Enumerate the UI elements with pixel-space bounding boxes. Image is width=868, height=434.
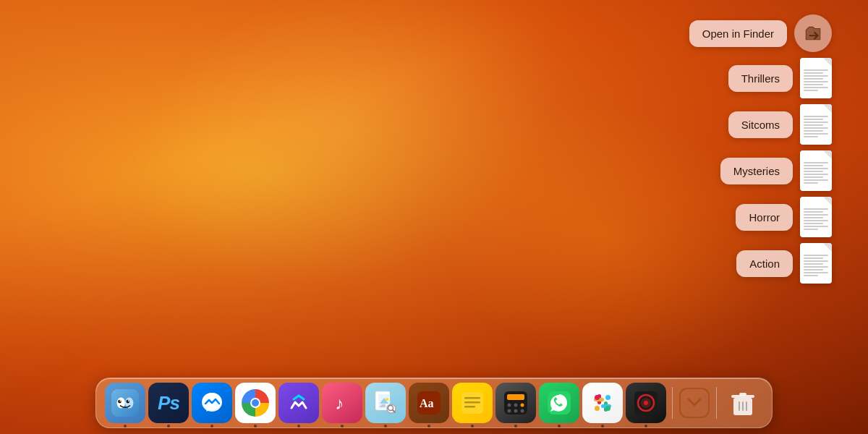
svg-rect-48 (742, 401, 744, 411)
dock-app-davinci[interactable] (626, 383, 666, 423)
menu-item-open-in-finder[interactable]: Open in Finder (689, 20, 787, 47)
dock-app-dot-preview (384, 425, 387, 427)
dock-app-notes[interactable] (452, 383, 493, 423)
svg-point-39 (595, 406, 600, 411)
dock-app-dot-whatsapp (558, 425, 561, 427)
open-in-finder-icon[interactable] (794, 14, 832, 52)
menu-item-mysteries[interactable]: Mysteries (720, 158, 793, 184)
chrome-icon (242, 389, 269, 417)
menu-item-thrillers[interactable]: Thrillers (728, 65, 793, 92)
svg-point-4 (126, 400, 129, 404)
dock-app-trash[interactable] (723, 383, 763, 423)
svg-rect-11 (380, 406, 386, 407)
svg-point-14 (386, 398, 388, 401)
menu-row-horror[interactable]: Horror (736, 197, 832, 237)
context-menu: Open in Finder Thrillers Sitcoms (689, 14, 832, 284)
svg-text:Aa: Aa (420, 397, 434, 409)
dock-app-calculator[interactable] (495, 383, 536, 423)
dock-app-dot-slack (601, 425, 604, 427)
svg-point-3 (118, 400, 122, 404)
dock-bar: Ps ♪ (95, 378, 773, 428)
dock-app-dot-photoshop (167, 425, 170, 427)
menu-row-sitcoms[interactable]: Sitcoms (728, 104, 832, 145)
doc-thumb-action (800, 243, 832, 284)
dock-app-clickup[interactable] (278, 383, 319, 423)
svg-rect-51 (739, 393, 746, 396)
svg-point-38 (605, 406, 610, 411)
svg-point-5 (119, 400, 121, 401)
svg-point-40 (605, 395, 610, 400)
dock-separator (672, 387, 673, 419)
svg-point-27 (514, 404, 518, 407)
dock-app-chrome[interactable] (235, 383, 276, 423)
svg-rect-49 (746, 401, 747, 411)
dock-app-messenger[interactable] (192, 383, 232, 423)
doc-thumb-thrillers (800, 58, 832, 98)
menu-row-open-in-finder[interactable]: Open in Finder (689, 14, 832, 52)
dock-app-preview[interactable] (365, 383, 406, 423)
dock-chevron-button[interactable] (678, 387, 710, 419)
doc-thumb-mysteries (800, 150, 832, 191)
svg-point-26 (508, 404, 511, 407)
dock-app-slack[interactable] (582, 383, 623, 423)
dock-app-dot-dictionary (427, 425, 430, 427)
doc-thumb-horror (800, 197, 832, 237)
dock-app-dot-chrome (254, 425, 257, 427)
dock-app-photoshop[interactable]: Ps (148, 383, 189, 423)
dock-app-dot-calculator (514, 425, 517, 427)
svg-rect-23 (464, 406, 475, 408)
dock-app-dot-davinci (644, 425, 647, 427)
svg-point-31 (521, 409, 524, 413)
dock-app-whatsapp[interactable] (539, 383, 579, 423)
dock-app-music[interactable]: ♪ (322, 383, 362, 423)
svg-point-29 (508, 409, 511, 413)
dock-app-dot-messenger (210, 425, 213, 427)
svg-text:♪: ♪ (335, 393, 344, 413)
menu-item-sitcoms[interactable]: Sitcoms (728, 111, 793, 138)
dock-app-dictionary[interactable]: Aa (409, 383, 449, 423)
menu-row-mysteries[interactable]: Mysteries (720, 150, 832, 191)
dock-app-dot-music (341, 425, 344, 427)
dock-app-dot-finder (124, 425, 127, 427)
svg-rect-25 (507, 394, 524, 400)
menu-row-action[interactable]: Action (736, 243, 832, 284)
svg-rect-21 (464, 397, 480, 399)
dock-app-dot-clickup (297, 425, 300, 427)
svg-rect-45 (680, 388, 709, 417)
menu-row-thrillers[interactable]: Thrillers (728, 58, 832, 98)
dock-separator-2 (716, 387, 717, 419)
svg-rect-22 (464, 401, 480, 404)
macos-dock: Ps ♪ (95, 378, 773, 428)
photoshop-logo: Ps (158, 392, 179, 414)
svg-point-6 (128, 400, 129, 401)
doc-thumb-sitcoms (800, 104, 832, 145)
svg-point-44 (644, 401, 648, 405)
dock-app-dot-notes (471, 425, 474, 427)
svg-rect-12 (381, 404, 386, 406)
svg-point-37 (595, 395, 600, 400)
dock-app-finder[interactable] (105, 383, 145, 423)
menu-item-horror[interactable]: Horror (736, 204, 793, 231)
svg-rect-47 (739, 401, 740, 411)
svg-point-28 (521, 404, 524, 407)
menu-item-action[interactable]: Action (736, 250, 793, 277)
svg-point-30 (514, 409, 518, 413)
